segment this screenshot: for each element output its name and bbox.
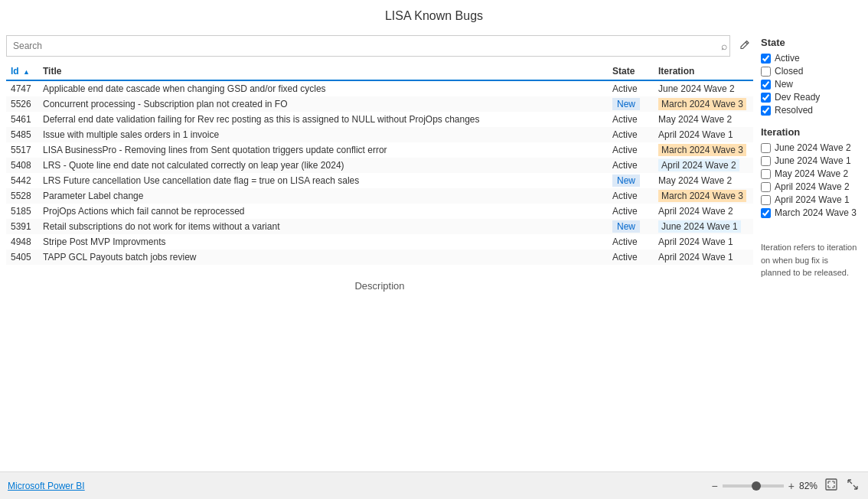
state-filter-item-dev-ready[interactable]: Dev Ready [761, 92, 860, 103]
iteration-filter-item-2[interactable]: May 2024 Wave 2 [761, 168, 860, 179]
main-content: LISA Known Bugs ⌕ Id ▲ [0, 0, 868, 471]
iteration-value: April 2024 Wave 1 [658, 236, 733, 247]
bugs-table: Id ▲ Title State Iteration 4747 Applicab… [6, 63, 753, 265]
cell-title: ProjOps Actions which fail cannot be rep… [38, 204, 608, 219]
state-label-0: Active [775, 53, 800, 64]
search-icon: ⌕ [721, 40, 727, 52]
content-area: ⌕ Id ▲ Title State Iteration [0, 29, 868, 471]
iteration-hint: Iteration refers to iteration on when bu… [761, 241, 860, 279]
table-row[interactable]: 5528 Parameter Label change Active March… [6, 188, 753, 204]
iteration-value: April 2024 Wave 1 [658, 252, 733, 263]
iteration-value: May 2024 Wave 2 [658, 175, 732, 186]
table-row[interactable]: 5185 ProjOps Actions which fail cannot b… [6, 204, 753, 219]
cell-iteration: April 2024 Wave 1 [654, 127, 753, 142]
cell-id: 5408 [6, 158, 38, 173]
cell-iteration: April 2024 Wave 2 [654, 204, 753, 219]
table-body: 4747 Applicable end date cascade when ch… [6, 80, 753, 265]
state-filter-item-new[interactable]: New [761, 79, 860, 90]
zoom-percent: 82% [799, 481, 817, 491]
cell-title: TAPP GCL Payouts batch jobs review [38, 250, 608, 265]
zoom-in-button[interactable]: + [787, 480, 796, 492]
cell-state: New [608, 96, 654, 112]
sort-arrow-id: ▲ [23, 68, 30, 76]
col-header-title[interactable]: Title [38, 63, 608, 80]
state-badge-new: New [612, 98, 640, 110]
cell-iteration: March 2024 Wave 3 [654, 188, 753, 204]
iteration-filter-item-1[interactable]: June 2024 Wave 1 [761, 155, 860, 166]
iteration-checkbox-3[interactable] [761, 182, 771, 192]
table-row[interactable]: 5408 LRS - Quote line end date not calcu… [6, 158, 753, 173]
state-checkbox-1[interactable] [761, 67, 771, 77]
table-row[interactable]: 5526 Concurrent processing - Subscriptio… [6, 96, 753, 112]
cell-id: 5528 [6, 188, 38, 204]
state-checkbox-2[interactable] [761, 80, 771, 90]
bottom-right: − + 82% [710, 477, 860, 494]
table-row[interactable]: 5405 TAPP GCL Payouts batch jobs review … [6, 250, 753, 265]
cell-id: 5485 [6, 127, 38, 142]
cell-iteration: May 2024 Wave 2 [654, 173, 753, 188]
col-header-state[interactable]: State [608, 63, 654, 80]
search-input[interactable] [6, 35, 730, 57]
table-header-row: Id ▲ Title State Iteration [6, 63, 753, 80]
iteration-value: April 2024 Wave 2 [658, 159, 739, 171]
cell-iteration: May 2024 Wave 2 [654, 112, 753, 127]
cell-state: Active [608, 80, 654, 96]
cell-title: Stripe Post MVP Improvments [38, 234, 608, 250]
sidebar-filters: State Active Closed New Dev Ready Resolv… [753, 29, 868, 471]
cell-title: Parameter Label change [38, 188, 608, 204]
zoom-slider-thumb [752, 481, 761, 491]
cell-iteration: March 2024 Wave 3 [654, 142, 753, 158]
edit-icon[interactable] [739, 40, 750, 53]
table-row[interactable]: 5517 LISA BusinessPro - Removing lines f… [6, 142, 753, 158]
iteration-checkbox-0[interactable] [761, 143, 771, 153]
state-filter-group: State Active Closed New Dev Ready Resolv… [761, 37, 860, 116]
svg-rect-0 [826, 479, 837, 490]
zoom-out-button[interactable]: − [710, 480, 720, 492]
iteration-value: March 2024 Wave 3 [658, 190, 746, 202]
iteration-value: June 2024 Wave 2 [658, 83, 735, 94]
fullscreen-icon[interactable] [824, 477, 839, 494]
table-row[interactable]: 4747 Applicable end date cascade when ch… [6, 80, 753, 96]
iteration-filter-item-3[interactable]: April 2024 Wave 2 [761, 181, 860, 192]
iteration-filter-item-0[interactable]: June 2024 Wave 2 [761, 142, 860, 153]
state-filter-item-resolved[interactable]: Resolved [761, 105, 860, 116]
powerbi-link[interactable]: Microsoft Power BI [8, 481, 85, 491]
cell-title: Deferral end date validation failing for… [38, 112, 608, 127]
state-checkbox-0[interactable] [761, 54, 771, 64]
iteration-checkbox-2[interactable] [761, 169, 771, 179]
cell-title: Retail subscriptions do not work for ite… [38, 219, 608, 234]
state-checkbox-4[interactable] [761, 106, 771, 116]
table-row[interactable]: 4948 Stripe Post MVP Improvments Active … [6, 234, 753, 250]
cell-id: 5461 [6, 112, 38, 127]
col-header-id[interactable]: Id ▲ [6, 63, 38, 80]
state-label-4: Resolved [775, 105, 813, 116]
expand-icon[interactable] [845, 477, 860, 494]
table-row[interactable]: 5442 LRS Future cancellation Use cancell… [6, 173, 753, 188]
cell-iteration: April 2024 Wave 1 [654, 234, 753, 250]
iteration-value: March 2024 Wave 3 [658, 98, 746, 110]
cell-state: Active [608, 250, 654, 265]
iteration-label-5: March 2024 Wave 3 [775, 207, 857, 218]
state-filter-title: State [761, 37, 860, 48]
iteration-value: June 2024 Wave 1 [658, 220, 741, 233]
cell-id: 5442 [6, 173, 38, 188]
zoom-slider[interactable] [723, 484, 784, 488]
state-badge-active: Active [612, 145, 638, 155]
state-checkbox-3[interactable] [761, 93, 771, 103]
cell-state: Active [608, 112, 654, 127]
iteration-value: April 2024 Wave 1 [658, 129, 733, 140]
iteration-checkbox-5[interactable] [761, 208, 771, 218]
iteration-filter-item-5[interactable]: March 2024 Wave 3 [761, 207, 860, 218]
state-filter-item-closed[interactable]: Closed [761, 66, 860, 77]
table-row[interactable]: 5461 Deferral end date validation failin… [6, 112, 753, 127]
iteration-checkbox-1[interactable] [761, 156, 771, 166]
iteration-filter-item-4[interactable]: April 2024 Wave 1 [761, 194, 860, 205]
iteration-checkbox-4[interactable] [761, 195, 771, 205]
table-row[interactable]: 5485 Issue with multiple sales orders in… [6, 127, 753, 142]
state-checkboxes: Active Closed New Dev Ready Resolved [761, 53, 860, 116]
state-filter-item-active[interactable]: Active [761, 53, 860, 64]
cell-iteration: March 2024 Wave 3 [654, 96, 753, 112]
table-row[interactable]: 5391 Retail subscriptions do not work fo… [6, 219, 753, 234]
cell-state: New [608, 173, 654, 188]
col-header-iteration[interactable]: Iteration [654, 63, 753, 80]
